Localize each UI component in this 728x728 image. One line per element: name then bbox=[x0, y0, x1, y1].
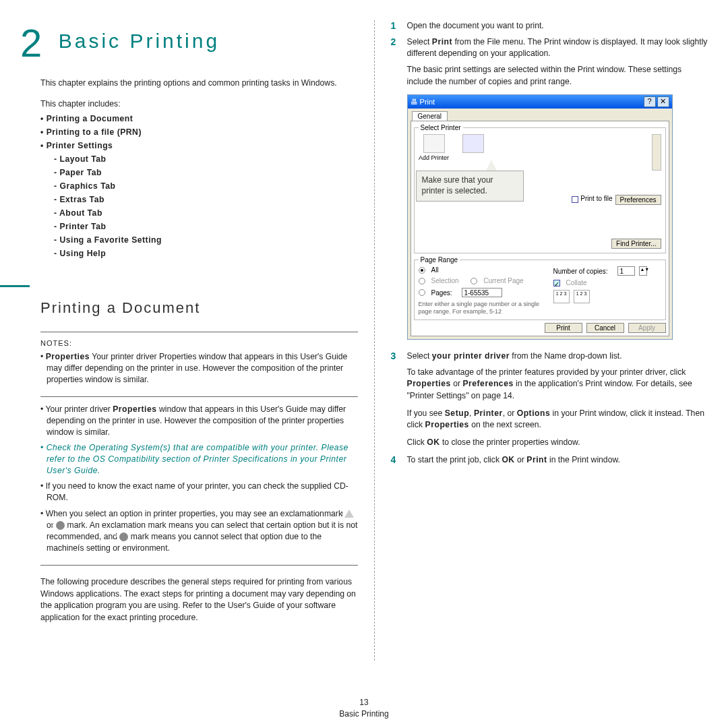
toc-subitem[interactable]: Printer Tab bbox=[40, 222, 358, 231]
toc-subitem[interactable]: Paper Tab bbox=[40, 168, 358, 177]
step-subtext: Click OK to close the printer properties… bbox=[407, 437, 708, 449]
note-item: • Your printer driver Properties window … bbox=[40, 404, 358, 438]
error-icon bbox=[119, 533, 128, 541]
collate-icon: 1 2 3 bbox=[574, 290, 590, 303]
warning-icon bbox=[344, 510, 354, 518]
printer-item[interactable] bbox=[458, 134, 489, 154]
paragraph: The following procedure describes the ge… bbox=[40, 576, 358, 624]
note-item: • Properties Your printer driver Propert… bbox=[40, 351, 358, 386]
toc-item[interactable]: Printer Settings bbox=[40, 141, 358, 150]
step-number: 1 bbox=[391, 20, 407, 32]
help-button[interactable]: ? bbox=[644, 96, 656, 107]
notes-box: NOTES: • Properties Your printer driver … bbox=[40, 332, 358, 397]
print-to-file-checkbox[interactable] bbox=[572, 196, 578, 203]
note-item: • When you select an option in printer p… bbox=[40, 508, 358, 554]
toc-subitem[interactable]: Extras Tab bbox=[40, 195, 358, 204]
step-number: 2 bbox=[391, 36, 407, 60]
pages-input[interactable] bbox=[462, 288, 502, 297]
toc-subitem[interactable]: Using a Favorite Setting bbox=[40, 235, 358, 245]
toc-subitem[interactable]: About Tab bbox=[40, 208, 358, 218]
notes-label: NOTES: bbox=[40, 339, 358, 347]
error-icon bbox=[56, 521, 65, 530]
chapter-number: 2 bbox=[20, 20, 42, 65]
tab-general[interactable]: General bbox=[412, 111, 448, 121]
callout-box: Make sure that your printer is selected. bbox=[416, 171, 524, 201]
selection-radio[interactable] bbox=[419, 278, 425, 284]
step-subtext: If you see Setup, Printer, or Options in… bbox=[407, 408, 708, 431]
toc-subitem[interactable]: Layout Tab bbox=[40, 154, 358, 164]
all-radio[interactable] bbox=[419, 267, 425, 274]
select-printer-fieldset: Select Printer Add Printer Make sure tha… bbox=[414, 124, 666, 253]
column-divider bbox=[374, 20, 375, 661]
step-subtext: The basic print settings are selected wi… bbox=[407, 64, 708, 88]
copies-spinner[interactable]: ▲▼ bbox=[639, 266, 647, 276]
note-item-italic: • Check the Operating System(s) that are… bbox=[40, 442, 358, 477]
apply-button[interactable]: Apply bbox=[628, 323, 666, 333]
section-bar bbox=[0, 285, 30, 287]
step-text: Open the document you want to print. bbox=[407, 20, 708, 32]
toc-subitem[interactable]: Using Help bbox=[40, 249, 358, 258]
collate-icon: 1 2 3 bbox=[553, 290, 570, 303]
toc-label: This chapter includes: bbox=[40, 99, 358, 109]
notes-box: • Your printer driver Properties window … bbox=[40, 397, 358, 566]
step-text: To start the print job, click OK or Prin… bbox=[407, 454, 708, 466]
find-printer-button[interactable]: Find Printer... bbox=[611, 239, 661, 249]
cancel-button[interactable]: Cancel bbox=[586, 323, 624, 333]
intro-text: This chapter explains the printing optio… bbox=[40, 78, 358, 90]
toc-item[interactable]: Printing a Document bbox=[40, 114, 358, 123]
printer-icon: 🖶 bbox=[411, 98, 418, 106]
page-footer: 13 Basic Printing bbox=[0, 698, 728, 719]
close-button[interactable]: ✕ bbox=[657, 96, 669, 107]
page-number: 13 bbox=[0, 698, 728, 707]
step-text: Select your printer driver from the Name… bbox=[407, 351, 708, 363]
section-title: Printing a Document bbox=[40, 299, 358, 317]
current-page-radio[interactable] bbox=[471, 278, 477, 284]
preferences-button[interactable]: Preferences bbox=[615, 195, 661, 205]
dialog-titlebar: 🖶 Print ? ✕ bbox=[408, 95, 672, 109]
collate-checkbox[interactable]: ✓ bbox=[553, 280, 560, 286]
pages-radio[interactable] bbox=[419, 289, 425, 296]
add-printer-item[interactable]: Add Printer bbox=[419, 134, 450, 161]
pages-hint: Enter either a single page number or a s… bbox=[419, 301, 548, 315]
print-dialog: 🖶 Print ? ✕ General Select Printer Add P… bbox=[407, 94, 673, 340]
step-number: 3 bbox=[391, 351, 407, 363]
note-item: • If you need to know the exact name of … bbox=[40, 481, 358, 504]
page-range-fieldset: Page Range All Selection Current Page Pa… bbox=[414, 256, 666, 320]
step-text: Select Print from the File menu. The Pri… bbox=[407, 36, 708, 60]
footer-title: Basic Printing bbox=[0, 709, 728, 719]
step-number: 4 bbox=[391, 454, 407, 466]
scrollbar[interactable] bbox=[652, 134, 661, 171]
toc-subitem[interactable]: Graphics Tab bbox=[40, 181, 358, 191]
toc-item[interactable]: Printing to a file (PRN) bbox=[40, 127, 358, 137]
chapter-title: Basic Printing bbox=[59, 30, 220, 53]
copies-input[interactable] bbox=[617, 266, 635, 276]
print-button[interactable]: Print bbox=[545, 323, 582, 333]
step-subtext: To take advantage of the printer feature… bbox=[407, 367, 708, 402]
